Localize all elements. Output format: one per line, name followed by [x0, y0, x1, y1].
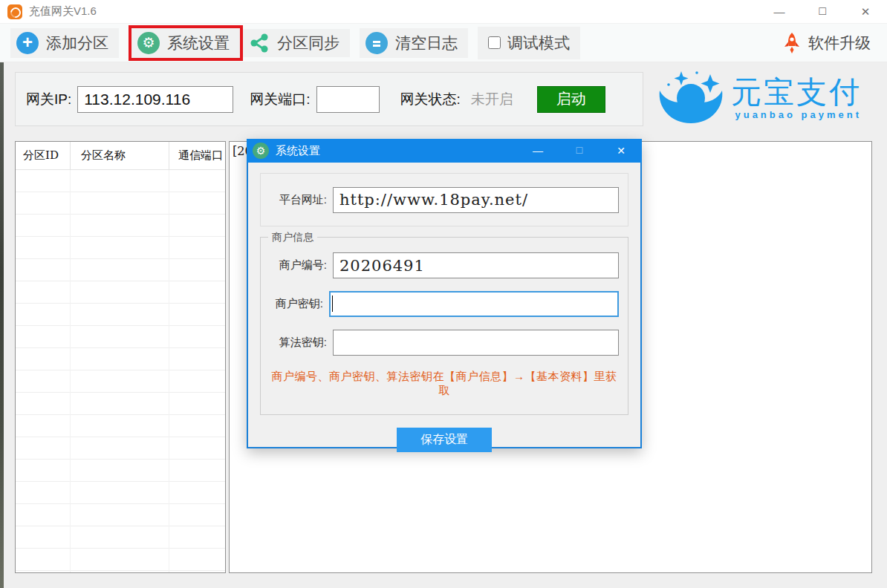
gateway-status-label: 网关状态:	[400, 90, 461, 109]
start-button[interactable]: 启动	[537, 86, 605, 113]
debug-mode-toggle[interactable]: 调试模式	[478, 27, 580, 59]
window-titlebar: 充值网关V1.6 — ☐ ✕	[0, 0, 887, 24]
column-header-partition-id[interactable]: 分区ID	[16, 148, 70, 163]
red-highlight-rectangle: ⚙ 系统设置	[129, 25, 243, 61]
plus-icon: +	[16, 32, 39, 54]
partition-table-body[interactable]	[16, 170, 225, 572]
gateway-panel: 网关IP: 网关端口: 网关状态: 未开启 启动	[15, 72, 643, 126]
app-logo-icon	[7, 4, 22, 19]
add-partition-button[interactable]: + 添加分区	[10, 28, 119, 58]
share-icon	[249, 33, 270, 53]
dialog-minimize-icon[interactable]: —	[517, 139, 559, 163]
close-icon[interactable]: ✕	[844, 0, 887, 24]
logo-title: 元宝支付	[731, 76, 862, 109]
merchant-id-input[interactable]	[333, 252, 619, 278]
platform-url-input[interactable]	[333, 187, 619, 213]
debug-mode-checkbox[interactable]	[488, 36, 501, 49]
merchant-info-group-title: 商户信息	[268, 231, 317, 244]
dialog-gear-icon: ⚙	[253, 143, 269, 159]
dialog-close-icon[interactable]: ✕	[600, 139, 642, 163]
rocket-icon	[782, 32, 802, 54]
logo-subtitle: yuanbao payment	[735, 109, 862, 120]
partition-table-header: 分区ID 分区名称 通信端口	[16, 142, 225, 170]
text-caret	[332, 295, 333, 312]
system-settings-label: 系统设置	[167, 33, 230, 53]
dialog-title: 系统设置	[276, 144, 320, 158]
algo-key-label: 算法密钥:	[270, 336, 327, 350]
gear-icon: ⚙	[137, 32, 160, 54]
platform-url-label: 平台网址:	[270, 193, 327, 207]
clear-log-button[interactable]: 清空日志	[360, 28, 468, 58]
brand-logo: 元宝支付 yuanbao payment	[655, 70, 862, 126]
dialog-body: 平台网址: 商户信息 商户编号: 商户密钥: 算法密钥: 商户编号、商户密钥、算…	[247, 163, 642, 448]
desktop-background-sliver	[0, 62, 4, 588]
partition-sync-label: 分区同步	[277, 33, 339, 53]
add-partition-label: 添加分区	[46, 33, 108, 53]
gateway-ip-input[interactable]	[77, 86, 233, 113]
merchant-key-label: 商户密钥:	[270, 297, 323, 311]
column-header-partition-name[interactable]: 分区名称	[70, 142, 169, 169]
document-icon	[365, 32, 388, 54]
system-settings-button[interactable]: ⚙ 系统设置	[131, 28, 240, 58]
gateway-port-input[interactable]	[316, 86, 380, 113]
gateway-port-label: 网关端口:	[250, 90, 310, 109]
debug-mode-label: 调试模式	[507, 33, 570, 53]
system-settings-dialog: ⚙ 系统设置 — ☐ ✕ 平台网址: 商户信息 商户编号: 商户密钥:	[247, 139, 642, 448]
window-title: 充值网关V1.6	[29, 4, 97, 19]
dialog-titlebar: ⚙ 系统设置 — ☐ ✕	[247, 139, 642, 163]
partition-table[interactable]: 分区ID 分区名称 通信端口	[15, 141, 226, 573]
window-controls: — ☐ ✕	[758, 0, 887, 24]
yuanbao-ingot-icon	[655, 70, 727, 126]
partition-sync-button[interactable]: 分区同步	[243, 29, 350, 57]
merchant-id-label: 商户编号:	[270, 258, 327, 272]
platform-url-panel: 平台网址:	[260, 173, 628, 226]
dialog-controls: — ☐ ✕	[517, 139, 642, 163]
maximize-icon[interactable]: ☐	[801, 0, 844, 24]
column-header-comm-port[interactable]: 通信端口	[169, 142, 225, 169]
minimize-icon[interactable]: —	[758, 0, 801, 24]
software-upgrade-label: 软件升级	[808, 33, 871, 53]
gateway-status-value: 未开启	[471, 90, 513, 109]
credentials-hint-text: 商户编号、商户密钥、算法密钥在【商户信息】→【基本资料】里获取	[270, 368, 619, 405]
algo-key-input[interactable]	[333, 330, 619, 356]
clear-log-label: 清空日志	[395, 33, 458, 53]
merchant-info-groupbox: 商户信息 商户编号: 商户密钥: 算法密钥: 商户编号、商户密钥、算法密钥在【商…	[260, 237, 628, 415]
save-settings-button[interactable]: 保存设置	[397, 428, 492, 452]
toolbar: + 添加分区 ⚙ 系统设置 分区同步 清空日志 调试模式	[0, 24, 887, 62]
gateway-ip-label: 网关IP:	[26, 90, 71, 109]
software-upgrade-button[interactable]: 软件升级	[776, 28, 877, 58]
dialog-maximize-icon[interactable]: ☐	[559, 139, 600, 163]
merchant-key-input[interactable]	[329, 291, 619, 317]
